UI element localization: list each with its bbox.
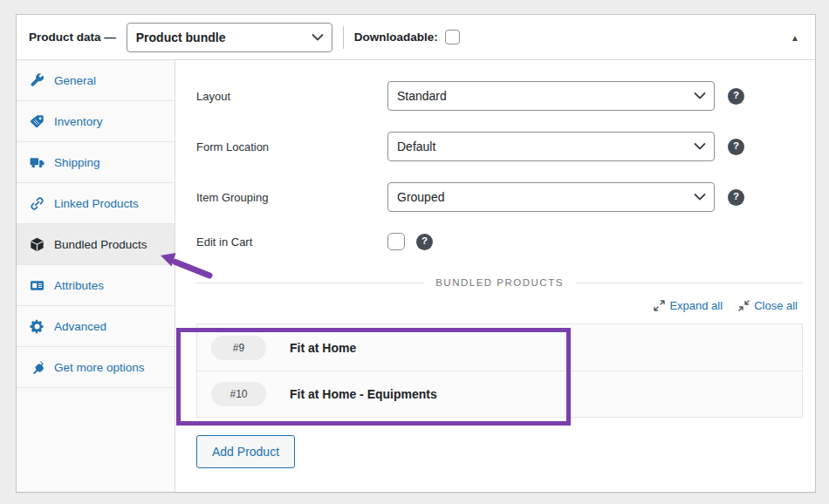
- close-all-label: Close all: [754, 299, 798, 312]
- metabox-title: Product data —: [29, 31, 116, 44]
- help-icon[interactable]: ?: [728, 139, 744, 155]
- tab-label: Get more options: [54, 361, 145, 374]
- collapse-arrows-icon: [738, 300, 750, 311]
- tab-label: Attributes: [54, 279, 104, 292]
- tag-icon: [30, 114, 45, 129]
- separator-line: [576, 283, 803, 283]
- product-title: Fit at Home: [290, 341, 356, 355]
- expand-all-label: Expand all: [669, 299, 723, 312]
- field-row-edit-in-cart: Edit in Cart ?: [196, 233, 803, 250]
- bundled-products-panel: Layout Standard ? Form Location Default: [175, 60, 815, 492]
- tab-label: Shipping: [54, 156, 100, 169]
- help-icon[interactable]: ?: [728, 88, 744, 105]
- separator-line: [196, 283, 423, 283]
- form-location-select-wrap: Default: [387, 132, 715, 161]
- field-row-form-location: Form Location Default ?: [196, 132, 803, 161]
- form-location-select[interactable]: Default: [387, 132, 715, 161]
- truck-icon: [30, 155, 45, 170]
- help-icon[interactable]: ?: [728, 189, 744, 206]
- tab-label: Linked Products: [54, 197, 139, 210]
- section-title: BUNDLED PRODUCTS: [435, 277, 564, 288]
- link-icon: [30, 196, 45, 211]
- tab-inventory[interactable]: Inventory: [17, 101, 175, 142]
- bundled-products-list: #9 Fit at Home #10 Fit at Home - Equipme…: [196, 324, 803, 418]
- collapse-triangle-icon: ▲: [791, 33, 799, 43]
- tab-label: Inventory: [54, 115, 103, 128]
- close-all-link[interactable]: Close all: [738, 299, 798, 312]
- product-title: Fit at Home - Equipments: [290, 387, 437, 401]
- item-grouping-label: Item Grouping: [196, 191, 387, 204]
- metabox-header: Product data — Product bundle Downloadab…: [17, 15, 815, 60]
- downloadable-checkbox[interactable]: [445, 30, 460, 44]
- product-id-badge: #9: [211, 336, 266, 360]
- expand-close-toolbar: Expand all Close all: [196, 299, 798, 312]
- tab-advanced[interactable]: Advanced: [17, 306, 175, 347]
- item-grouping-select[interactable]: Grouped: [387, 182, 715, 212]
- product-type-select[interactable]: Product bundle: [127, 23, 332, 52]
- expand-all-link[interactable]: Expand all: [654, 299, 723, 312]
- bundled-product-row[interactable]: #10 Fit at Home - Equipments: [197, 371, 802, 417]
- edit-in-cart-label: Edit in Cart: [196, 235, 387, 249]
- layout-select[interactable]: Standard: [387, 81, 715, 111]
- plug-icon: [30, 360, 45, 375]
- add-product-button[interactable]: Add Product: [196, 435, 295, 468]
- field-row-layout: Layout Standard ?: [196, 81, 803, 111]
- layout-select-wrap: Standard: [387, 81, 715, 111]
- gear-icon: [30, 319, 45, 334]
- item-grouping-select-wrap: Grouped: [387, 182, 715, 212]
- tab-linked-products[interactable]: Linked Products: [17, 183, 175, 224]
- form-location-label: Form Location: [196, 140, 387, 153]
- help-icon[interactable]: ?: [416, 234, 433, 250]
- wrench-icon: [30, 73, 45, 88]
- product-data-metabox: Product data — Product bundle Downloadab…: [16, 14, 816, 493]
- metabox-body: General Inventory Shipping Linked Produc…: [17, 60, 815, 492]
- tab-shipping[interactable]: Shipping: [17, 142, 175, 183]
- bundled-product-row[interactable]: #9 Fit at Home: [197, 324, 802, 371]
- metabox-collapse-button[interactable]: ▲: [787, 27, 803, 47]
- tab-label: Advanced: [54, 320, 106, 333]
- downloadable-label: Downloadable:: [354, 31, 438, 44]
- expand-arrows-icon: [654, 300, 665, 311]
- tab-label: Bundled Products: [54, 238, 147, 251]
- tab-bundled-products[interactable]: Bundled Products: [17, 224, 175, 265]
- layout-label: Layout: [196, 90, 387, 103]
- product-data-tabs: General Inventory Shipping Linked Produc…: [17, 60, 175, 492]
- card-icon: [30, 278, 45, 293]
- header-divider: [343, 26, 344, 49]
- cube-icon: [30, 237, 45, 252]
- tab-general[interactable]: General: [17, 60, 175, 101]
- product-type-select-wrap: Product bundle: [127, 23, 332, 52]
- tab-attributes[interactable]: Attributes: [17, 265, 175, 306]
- tab-get-more-options[interactable]: Get more options: [17, 347, 175, 388]
- bundled-products-separator: BUNDLED PRODUCTS: [196, 277, 803, 288]
- product-id-badge: #10: [211, 382, 266, 406]
- field-row-item-grouping: Item Grouping Grouped ?: [196, 182, 803, 212]
- tab-label: General: [54, 74, 96, 87]
- edit-in-cart-checkbox[interactable]: [387, 233, 405, 250]
